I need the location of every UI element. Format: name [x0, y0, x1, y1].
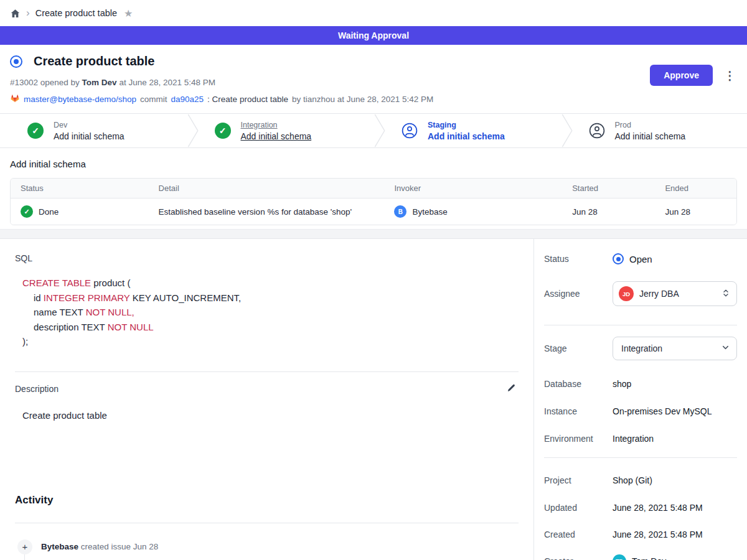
description-label: Description [15, 384, 59, 394]
sidebar-row-status: Status Open [544, 253, 737, 265]
stage-task-label: Add initial schema [615, 131, 686, 141]
col-header-ended: Ended [655, 179, 736, 198]
col-header-detail: Detail [149, 179, 385, 198]
stage-task-label: Add initial schema [428, 131, 505, 141]
kebab-menu-icon[interactable]: ⋮ [721, 68, 738, 83]
field-label: Stage [544, 343, 613, 353]
timeline-connector [24, 554, 25, 560]
instance-value: On-premises Dev MySQL [613, 406, 712, 416]
database-value: shop [613, 379, 631, 389]
stage-select[interactable]: Integration [613, 337, 737, 360]
divider [544, 325, 737, 325]
sidebar-row-project: Project Shop (Git) [544, 474, 737, 487]
breadcrumb-chevron-icon: › [26, 7, 30, 18]
assignee-value: Jerry DBA [639, 289, 716, 299]
field-label: Assignee [544, 289, 613, 299]
stage-done-check-icon: ✓ [27, 123, 44, 139]
bytebase-avatar: B [394, 205, 406, 218]
task-ended: Jun 28 [655, 198, 736, 225]
activity-author: Bytebase [41, 542, 78, 551]
description-content: Create product table [15, 410, 519, 421]
created-value: June 28, 2021 5:48 PM [613, 530, 703, 539]
stage-dev[interactable]: ✓ Dev Add initial schema [0, 114, 186, 147]
approval-banner-label: Waiting Approval [338, 30, 409, 40]
stage-user-icon [589, 123, 605, 139]
commit-byline: by tianzhou at June 28, 2021 5:42 PM [292, 95, 433, 104]
field-label: Instance [544, 406, 613, 416]
sidebar-row-created: Created June 28, 2021 5:48 PM [544, 528, 737, 541]
field-label: Status [544, 254, 613, 264]
breadcrumb: › Create product table ★ [0, 0, 747, 26]
sql-section-label: SQL [15, 253, 519, 263]
issue-detail-main: SQL CREATE TABLE product ( id INTEGER PR… [0, 239, 533, 560]
issue-title: Create product table [34, 54, 154, 68]
stage-task-label: Add initial schema [54, 131, 125, 141]
chevron-down-icon [721, 343, 730, 354]
task-heading: Add initial schema [10, 159, 737, 169]
creator-value: Tom Dev [632, 556, 666, 560]
stage-prod[interactable]: Prod Add initial schema [574, 114, 747, 147]
task-status: Done [39, 207, 59, 217]
status-value: Open [629, 254, 652, 264]
stage-done-check-icon: ✓ [215, 123, 231, 139]
environment-value: Integration [613, 434, 654, 444]
stage-separator [560, 114, 574, 147]
sql-code-block: CREATE TABLE product ( id INTEGER PRIMAR… [15, 276, 519, 349]
gitlab-icon [10, 93, 20, 105]
stage-value: Integration [621, 343, 715, 353]
activity-action: created issue Jun 28 [78, 542, 158, 551]
assignee-select[interactable]: JD Jerry DBA [613, 281, 737, 306]
sidebar-row-environment: Environment Integration [544, 432, 737, 445]
col-header-status: Status [11, 179, 149, 198]
activity-heading: Activity [15, 494, 519, 506]
commit-branch-repo-link[interactable]: master@bytebase-demo/shop [24, 95, 136, 104]
col-header-invoker: Invoker [384, 179, 562, 198]
divider [544, 457, 737, 458]
stage-env-label: Staging [428, 121, 505, 129]
table-row: ✓ Done Established baseline version %s f… [11, 198, 736, 225]
task-started: Jun 28 [562, 198, 655, 225]
stage-env-label: Dev [54, 121, 125, 129]
issue-meta: #13002 opened by Tom Dev at June 28, 202… [10, 78, 737, 87]
stage-integration[interactable]: ✓ Integration Add initial schema [200, 114, 374, 147]
breadcrumb-current-page: Create product table [35, 8, 117, 18]
pipeline-stages: ✓ Dev Add initial schema ✓ Integration A… [0, 113, 747, 148]
plus-icon: + [17, 539, 32, 554]
task-table: Status Detail Invoker Started Ended ✓ Do… [10, 178, 737, 225]
commit-hash-link[interactable]: da90a25 [171, 95, 204, 104]
section-divider-band [0, 229, 747, 239]
sidebar-row-creator: Creator TD Tom Dev [544, 554, 737, 560]
project-value: Shop (Git) [613, 475, 652, 485]
issue-sidebar: Status Open Assignee JD Jerry DBA Stage [533, 239, 747, 560]
stage-separator [186, 114, 200, 147]
creator-avatar: TD [613, 554, 626, 560]
issue-header: Create product table #13002 opened by To… [0, 45, 747, 113]
divider [15, 371, 519, 372]
sidebar-row-database: Database shop [544, 378, 737, 390]
approval-banner: Waiting Approval [0, 26, 747, 45]
task-invoker: Bytebase [412, 207, 447, 217]
home-icon[interactable] [10, 8, 21, 19]
stage-task-label: Add initial schema [241, 131, 312, 141]
field-label: Creator [544, 556, 613, 560]
approve-button[interactable]: Approve [650, 65, 713, 86]
col-header-started: Started [562, 179, 655, 198]
sidebar-row-assignee: Assignee JD Jerry DBA [544, 281, 737, 306]
stage-user-icon [402, 123, 418, 139]
field-label: Database [544, 379, 613, 389]
issue-author: Tom Dev [82, 78, 117, 87]
open-status-icon [613, 253, 624, 264]
stage-env-label: Integration [241, 121, 312, 129]
commit-info: master@bytebase-demo/shop commit da90a25… [10, 93, 737, 105]
sidebar-row-instance: Instance On-premises Dev MySQL [544, 405, 737, 418]
done-check-icon: ✓ [21, 205, 33, 218]
bytebase-issue-page: › Create product table ★ Waiting Approva… [0, 0, 747, 560]
field-label: Created [544, 530, 613, 539]
star-icon[interactable]: ★ [124, 7, 133, 19]
commit-message: : Create product table [207, 95, 288, 104]
field-label: Updated [544, 503, 613, 513]
task-detail: Established baseline version %s for data… [149, 198, 385, 225]
edit-pencil-icon[interactable] [505, 382, 517, 396]
stage-staging[interactable]: Staging Add initial schema [387, 114, 560, 147]
task-section: Add initial schema Status Detail Invoker… [0, 148, 747, 229]
